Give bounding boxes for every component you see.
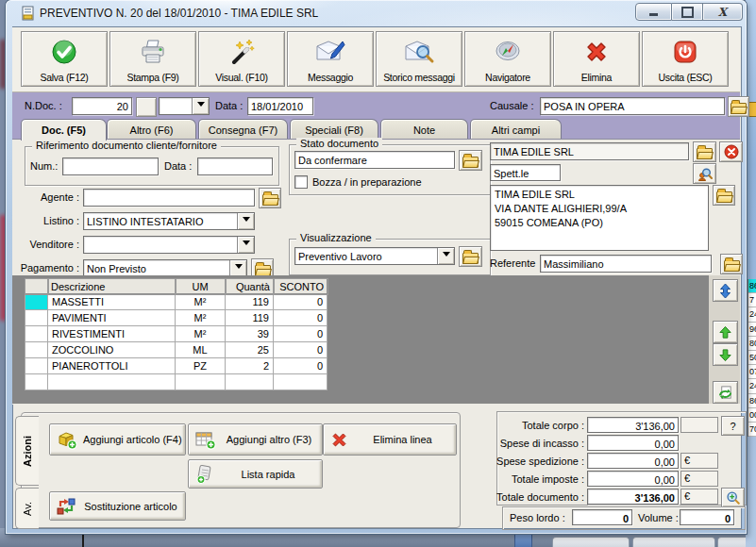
ndoc-input[interactable]: 20 bbox=[72, 97, 132, 115]
maximize-button[interactable] bbox=[672, 3, 703, 21]
table-row[interactable]: PIANEROTTOLIPZ 20 bbox=[25, 358, 328, 374]
delete-line-button[interactable]: Elimina linea bbox=[323, 423, 457, 456]
document-icon bbox=[21, 6, 36, 21]
agente-folder-button[interactable] bbox=[259, 188, 281, 208]
customer-address-box[interactable]: TIMA EDILE SRL VIA DANTE ALIGHIERI,99/A … bbox=[490, 185, 709, 251]
customer-search-button[interactable] bbox=[693, 163, 716, 184]
listino-combo[interactable]: LISTINO INTESTATARIO bbox=[83, 212, 255, 230]
totale-corpo-field[interactable]: 3'136,00 bbox=[587, 417, 679, 433]
spese-incasso-field[interactable]: 0,00 bbox=[587, 435, 679, 451]
row-selector[interactable] bbox=[25, 326, 48, 342]
customer-name-field[interactable]: TIMA EDILE SRL bbox=[490, 142, 689, 160]
move-row-button[interactable] bbox=[713, 279, 738, 302]
tab-note[interactable]: Note bbox=[380, 119, 468, 140]
add-other-button[interactable]: Aggiungi altro (F3) bbox=[188, 423, 323, 456]
visualizzazione-group-title: Visualizzazione bbox=[296, 232, 376, 243]
save-button[interactable]: Salva (F12) bbox=[21, 31, 108, 87]
row-selector[interactable] bbox=[25, 374, 48, 390]
print-button-label: Stampa (F9) bbox=[126, 72, 178, 83]
minimize-icon bbox=[649, 13, 658, 16]
tab-doc[interactable]: Doc. (F5) bbox=[21, 119, 107, 141]
totals-zoom-button[interactable] bbox=[721, 488, 745, 507]
add-article-label: Aggiungi articolo (F4) bbox=[83, 434, 182, 445]
delete-button[interactable]: Elimina bbox=[553, 31, 640, 87]
quick-list-button[interactable]: Lista rapida bbox=[188, 459, 323, 489]
row-selector[interactable] bbox=[25, 310, 48, 326]
row-selector[interactable] bbox=[25, 342, 48, 358]
tab-azioni[interactable]: Azioni bbox=[15, 416, 39, 486]
peso-lordo-field[interactable]: 0 bbox=[572, 509, 632, 525]
delete-button-label: Elimina bbox=[581, 72, 612, 83]
col-um: UM bbox=[176, 279, 226, 294]
refresh-page-icon bbox=[717, 385, 733, 401]
referente-input[interactable]: Massimiliano bbox=[540, 255, 712, 273]
stato-input[interactable]: Da confermare bbox=[294, 151, 455, 169]
print-button[interactable]: Stampa (F9) bbox=[109, 31, 196, 87]
cube-add-icon bbox=[56, 430, 77, 450]
causale-folder-button[interactable] bbox=[728, 96, 749, 117]
tab-consegna[interactable]: Consegna (F7) bbox=[198, 119, 288, 140]
causale-label: Causale : bbox=[490, 100, 533, 111]
tab-speciali[interactable]: Speciali (F8) bbox=[290, 119, 378, 140]
ref-date-input[interactable] bbox=[197, 157, 273, 175]
customer-folder-button[interactable] bbox=[693, 141, 716, 162]
totals-help-button[interactable]: ? bbox=[721, 416, 745, 436]
tab-altri-campi[interactable]: Altri campi bbox=[470, 119, 562, 140]
salutation-input[interactable]: Spett.le bbox=[490, 164, 561, 181]
table-row[interactable]: ZOCCOLINOML 250 bbox=[25, 342, 328, 358]
add-article-button[interactable]: Aggiungi articolo (F4) bbox=[49, 423, 186, 456]
date-input[interactable]: 18/01/2010 bbox=[247, 97, 313, 115]
chevron-down-icon bbox=[237, 237, 254, 253]
navigator-button[interactable]: Navigatore bbox=[464, 31, 551, 87]
quick-list-label: Lista rapida bbox=[220, 469, 316, 480]
ndoc-lookup-button[interactable] bbox=[136, 97, 157, 117]
totale-documento-field[interactable]: 3'136,00 bbox=[587, 489, 679, 505]
message-button[interactable]: Messaggio bbox=[287, 31, 374, 87]
agente-input[interactable] bbox=[83, 189, 255, 207]
window-title: PREVENTIVO N. 20 del 18/01/2010 - TIMA E… bbox=[40, 7, 318, 20]
tab-altro[interactable]: Altro (F6) bbox=[107, 119, 196, 140]
ref-num-input[interactable] bbox=[62, 157, 159, 175]
visualizzazione-folder-button[interactable] bbox=[459, 246, 482, 267]
row-down-button[interactable] bbox=[713, 343, 738, 366]
substitute-article-label: Sostituzione articolo bbox=[82, 501, 179, 512]
row-up-button[interactable] bbox=[713, 321, 738, 343]
referente-folder-button[interactable] bbox=[720, 254, 743, 274]
referente-label: Referente bbox=[490, 257, 535, 269]
totale-corpo-extra bbox=[680, 417, 718, 433]
bozza-checkbox[interactable] bbox=[294, 175, 308, 189]
exit-button[interactable]: Uscita (ESC) bbox=[642, 31, 729, 87]
row-selector-current[interactable] bbox=[25, 294, 48, 310]
tab-avanzate-label: Av. bbox=[22, 502, 33, 516]
tab-avanzate[interactable]: Av. bbox=[15, 488, 39, 529]
title-bar[interactable]: PREVENTIVO N. 20 del 18/01/2010 - TIMA E… bbox=[6, 0, 747, 26]
ref-date-label: Data : bbox=[164, 160, 192, 172]
exit-button-label: Uscita (ESC) bbox=[658, 72, 712, 83]
row-selector[interactable] bbox=[25, 358, 48, 374]
venditore-combo[interactable] bbox=[83, 236, 255, 254]
stato-group-title: Stato documento bbox=[296, 138, 382, 149]
message-history-button[interactable]: Storico messaggi bbox=[376, 31, 462, 87]
bozza-checkbox-label: Bozza / in preparazione bbox=[312, 176, 422, 188]
preview-button-label: Visual. (F10) bbox=[215, 72, 267, 83]
table-row-empty[interactable] bbox=[25, 374, 328, 390]
main-toolbar: Salva (F12) Stampa (F9) Visual. (F10) Me… bbox=[12, 27, 740, 92]
substitute-article-button[interactable]: Sostituzione articolo bbox=[49, 491, 186, 521]
address-folder-button[interactable] bbox=[713, 185, 735, 206]
ndoc-series-combo[interactable] bbox=[159, 97, 210, 115]
table-row[interactable]: RIVESTIMENTIM² 390 bbox=[25, 326, 328, 342]
totale-imposte-field[interactable]: 0,00 bbox=[587, 471, 679, 487]
person-search-icon bbox=[697, 167, 713, 181]
preview-button[interactable]: Visual. (F10) bbox=[198, 31, 285, 87]
close-button[interactable]: X bbox=[703, 3, 743, 21]
causale-input[interactable]: POSA IN OPERA bbox=[540, 97, 725, 115]
refresh-grid-button[interactable] bbox=[713, 381, 738, 404]
table-row[interactable]: PAVIMENTIM² 1190 bbox=[25, 310, 328, 326]
visualizzazione-combo[interactable]: Preventivo Lavoro bbox=[294, 247, 455, 265]
table-row[interactable]: MASSETTIM² 1190 bbox=[25, 294, 328, 310]
minimize-button[interactable] bbox=[635, 3, 672, 21]
spese-spedizione-field[interactable]: 0,00 bbox=[587, 453, 679, 469]
stato-folder-button[interactable] bbox=[459, 150, 482, 171]
customer-clear-button[interactable] bbox=[719, 141, 743, 162]
volume-field[interactable]: 0 bbox=[680, 509, 734, 525]
